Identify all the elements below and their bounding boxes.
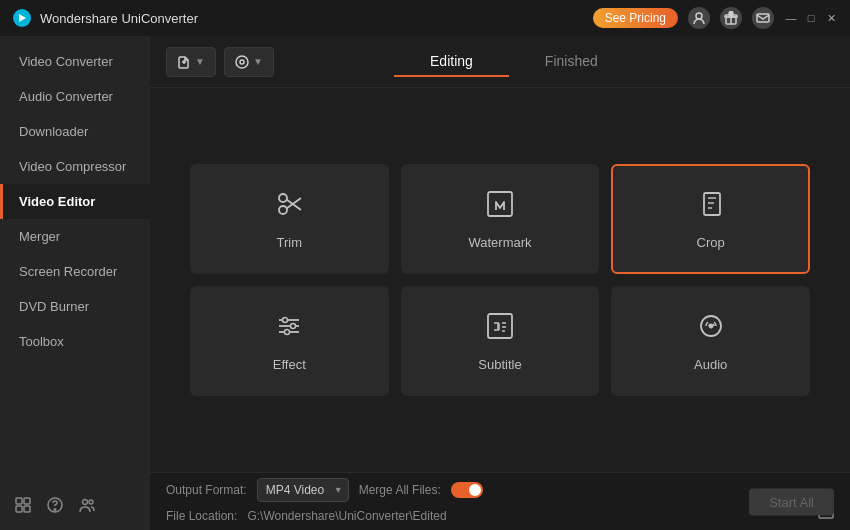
svg-point-1 xyxy=(696,13,702,19)
svg-point-21 xyxy=(709,325,712,328)
settings-icon xyxy=(235,55,249,69)
crop-label: Crop xyxy=(697,235,725,250)
tabs-area: Editing Finished xyxy=(394,47,634,77)
sidebar-item-video-converter[interactable]: Video Converter xyxy=(0,44,150,79)
svg-point-14 xyxy=(279,206,287,214)
bottom-row-format: Output Format: MP4 Video MOV Video AVI V… xyxy=(166,478,834,502)
sidebar: Video Converter Audio Converter Download… xyxy=(0,36,150,530)
audio-label: Audio xyxy=(694,357,727,372)
format-select-wrapper: MP4 Video MOV Video AVI Video ▼ xyxy=(257,478,349,502)
maximize-button[interactable]: □ xyxy=(804,11,818,25)
svg-point-15 xyxy=(279,194,287,202)
format-select[interactable]: MP4 Video MOV Video AVI Video xyxy=(257,478,349,502)
top-toolbar: ▼ ▼ Editing Finished xyxy=(150,36,850,88)
editor-content: Trim Watermark xyxy=(150,88,850,472)
watermark-icon xyxy=(484,188,516,225)
add-file-arrow: ▼ xyxy=(195,56,205,67)
tool-card-effect[interactable]: Effect xyxy=(190,286,389,396)
user-icon[interactable] xyxy=(688,7,710,29)
tab-editing[interactable]: Editing xyxy=(394,47,509,77)
settings-button[interactable]: ▼ xyxy=(224,47,274,77)
svg-rect-3 xyxy=(757,14,769,22)
toggle-knob xyxy=(469,484,481,496)
tool-card-watermark[interactable]: Watermark xyxy=(401,164,600,274)
title-bar: Wondershare UniConverter See Pricing — xyxy=(0,0,850,36)
subtitle-label: Subtitle xyxy=(478,357,521,372)
title-bar-left: Wondershare UniConverter xyxy=(12,8,198,28)
svg-point-10 xyxy=(83,500,88,505)
sidebar-item-video-compressor[interactable]: Video Compressor xyxy=(0,149,150,184)
watermark-label: Watermark xyxy=(468,235,531,250)
effect-icon xyxy=(273,310,305,347)
settings-arrow: ▼ xyxy=(253,56,263,67)
svg-point-19 xyxy=(285,330,290,335)
svg-point-9 xyxy=(54,509,56,511)
svg-rect-16 xyxy=(704,193,720,215)
bottom-row-location: File Location: G:\Wondershare\UniConvert… xyxy=(166,506,834,525)
merge-toggle[interactable] xyxy=(451,482,483,498)
content-area: ▼ ▼ Editing Finished xyxy=(150,36,850,530)
file-path-value: G:\Wondershare\UniConverter\Edited xyxy=(247,509,804,523)
help-icon[interactable] xyxy=(46,496,64,518)
trim-label: Trim xyxy=(277,235,303,250)
tool-card-audio[interactable]: Audio xyxy=(611,286,810,396)
svg-point-18 xyxy=(291,324,296,329)
sidebar-item-dvd-burner[interactable]: DVD Burner xyxy=(0,289,150,324)
tab-finished[interactable]: Finished xyxy=(509,47,634,77)
subtitle-icon xyxy=(484,310,516,347)
users-icon[interactable] xyxy=(78,496,96,518)
main-layout: Video Converter Audio Converter Download… xyxy=(0,36,850,530)
sidebar-item-video-editor[interactable]: Video Editor xyxy=(0,184,150,219)
sidebar-item-toolbox[interactable]: Toolbox xyxy=(0,324,150,359)
tools-grid: Trim Watermark xyxy=(190,164,810,396)
svg-rect-7 xyxy=(24,506,30,512)
crop-icon xyxy=(695,188,727,225)
tool-card-subtitle[interactable]: Subtitle xyxy=(401,286,600,396)
sidebar-item-audio-converter[interactable]: Audio Converter xyxy=(0,79,150,114)
tool-card-crop[interactable]: Crop xyxy=(611,164,810,274)
window-controls: — □ ✕ xyxy=(784,11,838,25)
gift-icon[interactable] xyxy=(720,7,742,29)
svg-rect-4 xyxy=(16,498,22,504)
gallery-icon[interactable] xyxy=(14,496,32,518)
file-location-label: File Location: xyxy=(166,509,237,523)
effect-label: Effect xyxy=(273,357,306,372)
add-file-button[interactable]: ▼ xyxy=(166,47,216,77)
output-format-label: Output Format: xyxy=(166,483,247,497)
app-title: Wondershare UniConverter xyxy=(40,11,198,26)
minimize-button[interactable]: — xyxy=(784,11,798,25)
title-bar-right: See Pricing — □ ✕ xyxy=(593,7,838,29)
trim-icon xyxy=(273,188,305,225)
app-logo-icon xyxy=(12,8,32,28)
start-all-button: Start All xyxy=(749,488,834,515)
audio-icon xyxy=(695,310,727,347)
sidebar-item-screen-recorder[interactable]: Screen Recorder xyxy=(0,254,150,289)
sidebar-item-downloader[interactable]: Downloader xyxy=(0,114,150,149)
add-file-icon xyxy=(177,55,191,69)
sidebar-item-merger[interactable]: Merger xyxy=(0,219,150,254)
toolbar-left: ▼ ▼ xyxy=(166,47,274,77)
see-pricing-button[interactable]: See Pricing xyxy=(593,8,678,28)
tool-card-trim[interactable]: Trim xyxy=(190,164,389,274)
merge-all-label: Merge All Files: xyxy=(359,483,441,497)
svg-rect-5 xyxy=(24,498,30,504)
close-button[interactable]: ✕ xyxy=(824,11,838,25)
svg-point-13 xyxy=(240,60,244,64)
sidebar-bottom-icons xyxy=(0,496,150,518)
svg-point-11 xyxy=(89,500,93,504)
svg-rect-6 xyxy=(16,506,22,512)
mail-icon[interactable] xyxy=(752,7,774,29)
svg-point-12 xyxy=(236,56,248,68)
bottom-bar: Output Format: MP4 Video MOV Video AVI V… xyxy=(150,472,850,530)
svg-point-17 xyxy=(283,318,288,323)
